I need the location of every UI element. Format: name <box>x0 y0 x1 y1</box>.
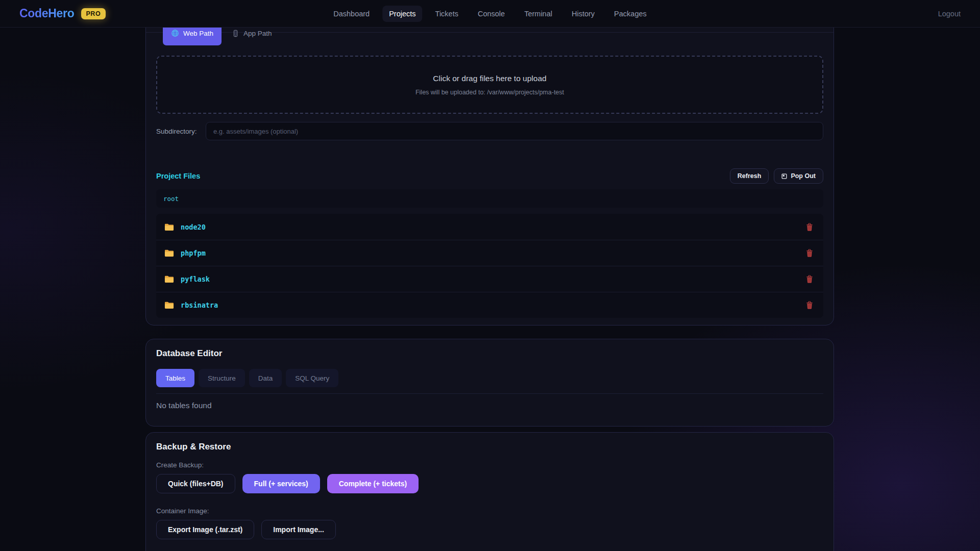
import-image-label: Import Image... <box>273 525 324 534</box>
file-tree: node20 phpfpm <box>156 214 823 318</box>
top-navbar: CodeHero PRO Dashboard Projects Tickets … <box>0 0 980 28</box>
project-files-actions: Refresh Pop Out <box>730 168 823 184</box>
no-tables-message: No tables found <box>156 401 823 410</box>
popout-button-label: Pop Out <box>791 172 816 180</box>
popout-icon <box>781 173 787 179</box>
pro-badge: PRO <box>81 8 106 19</box>
nav-item-projects[interactable]: Projects <box>382 6 422 22</box>
tab-tables-label: Tables <box>165 374 185 382</box>
tab-web-path-label: Web Path <box>183 30 213 37</box>
breadcrumb[interactable]: root <box>156 189 823 208</box>
database-tabs: Tables Structure Data SQL Query <box>156 369 823 387</box>
popout-button[interactable]: Pop Out <box>774 168 823 184</box>
tab-structure[interactable]: Structure <box>199 369 245 387</box>
nav-item-terminal[interactable]: Terminal <box>518 6 559 22</box>
nav-item-tickets[interactable]: Tickets <box>429 6 465 22</box>
nav-item-dashboard[interactable]: Dashboard <box>327 6 376 22</box>
breadcrumb-root: root <box>163 195 179 203</box>
complete-backup-button[interactable]: Complete (+ tickets) <box>327 474 419 493</box>
create-backup-buttons: Quick (files+DB) Full (+ services) Compl… <box>156 474 823 493</box>
container-image-label: Container Image: <box>156 507 823 515</box>
folder-name: pyflask <box>181 275 210 283</box>
export-image-label: Export Image (.tar.zst) <box>168 525 242 534</box>
full-backup-button[interactable]: Full (+ services) <box>242 474 320 493</box>
tab-data[interactable]: Data <box>249 369 282 387</box>
nav-item-history[interactable]: History <box>565 6 601 22</box>
backup-restore-title: Backup & Restore <box>156 442 823 452</box>
tab-structure-label: Structure <box>208 374 236 382</box>
quick-backup-label: Quick (files+DB) <box>168 480 224 488</box>
database-editor-panel: Database Editor Tables Structure Data SQ… <box>145 339 834 427</box>
full-backup-label: Full (+ services) <box>254 480 308 488</box>
upload-destination: Files will be uploaded to: /var/www/proj… <box>415 89 564 96</box>
delete-folder-icon[interactable] <box>804 299 815 311</box>
logout-link[interactable]: Logout <box>938 10 961 18</box>
upload-instruction: Click or drag files here to upload <box>433 74 546 83</box>
folder-row-node20[interactable]: node20 <box>156 214 823 240</box>
folder-row-phpfpm[interactable]: phpfpm <box>156 240 823 266</box>
file-upload-dropzone[interactable]: Click or drag files here to upload Files… <box>156 56 823 114</box>
folder-row-pyflask[interactable]: pyflask <box>156 266 823 292</box>
project-files-title: Project Files <box>156 172 200 180</box>
delete-folder-icon[interactable] <box>804 247 815 259</box>
folder-name: node20 <box>181 223 206 231</box>
export-image-button[interactable]: Export Image (.tar.zst) <box>156 520 254 539</box>
tab-app-path-label: App Path <box>243 30 272 37</box>
tab-sql-query-label: SQL Query <box>295 374 329 382</box>
brand: CodeHero PRO <box>19 7 106 20</box>
folder-name: rbsinatra <box>181 301 218 309</box>
folder-icon <box>164 249 174 257</box>
tab-sql-query[interactable]: SQL Query <box>286 369 338 387</box>
mobile-icon <box>232 30 239 37</box>
delete-folder-icon[interactable] <box>804 273 815 285</box>
nav-item-console[interactable]: Console <box>471 6 511 22</box>
tab-data-label: Data <box>258 374 273 382</box>
nav-item-packages[interactable]: Packages <box>607 6 653 22</box>
container-image-buttons: Export Image (.tar.zst) Import Image... <box>156 520 823 539</box>
folder-icon <box>164 223 174 231</box>
subdirectory-input[interactable] <box>206 122 823 140</box>
delete-folder-icon[interactable] <box>804 221 815 233</box>
tab-tables[interactable]: Tables <box>156 369 194 387</box>
database-divider <box>156 393 823 394</box>
database-editor-title: Database Editor <box>156 348 823 359</box>
subdirectory-label: Subdirectory: <box>156 128 206 135</box>
project-files-header: Project Files Refresh Pop Out <box>156 168 823 184</box>
import-image-button[interactable]: Import Image... <box>261 520 336 539</box>
globe-icon <box>171 29 179 37</box>
refresh-button[interactable]: Refresh <box>730 168 769 184</box>
subdirectory-row: Subdirectory: <box>156 122 823 140</box>
complete-backup-label: Complete (+ tickets) <box>339 480 407 488</box>
folder-name: phpfpm <box>181 249 206 257</box>
folder-icon <box>164 275 174 283</box>
nav-links: Dashboard Projects Tickets Console Termi… <box>327 6 653 22</box>
project-panel: Web Path App Path Click or drag files he… <box>145 0 834 325</box>
create-backup-label: Create Backup: <box>156 461 823 469</box>
folder-icon <box>164 301 174 309</box>
folder-row-rbsinatra[interactable]: rbsinatra <box>156 292 823 318</box>
backup-restore-panel: Backup & Restore Create Backup: Quick (f… <box>145 432 834 551</box>
brand-logo: CodeHero <box>19 7 75 20</box>
refresh-button-label: Refresh <box>738 172 762 180</box>
quick-backup-button[interactable]: Quick (files+DB) <box>156 474 235 493</box>
